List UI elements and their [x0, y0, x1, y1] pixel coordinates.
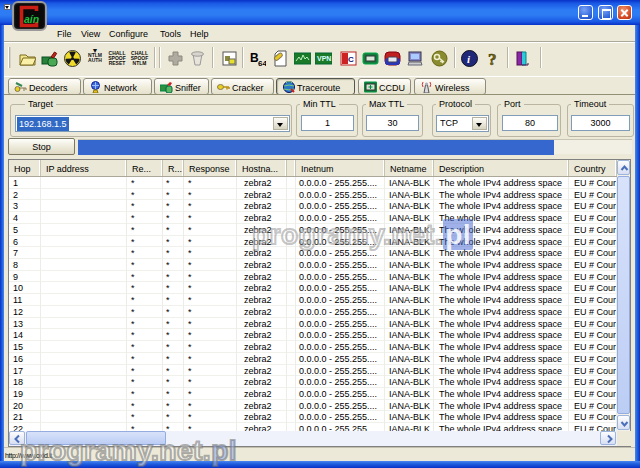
svg-text:64: 64 [258, 59, 266, 67]
svg-text:aín: aín [24, 13, 39, 25]
svg-text:VPN: VPN [317, 55, 331, 62]
svg-text:C: C [348, 55, 354, 64]
svg-text:?: ? [488, 50, 497, 67]
